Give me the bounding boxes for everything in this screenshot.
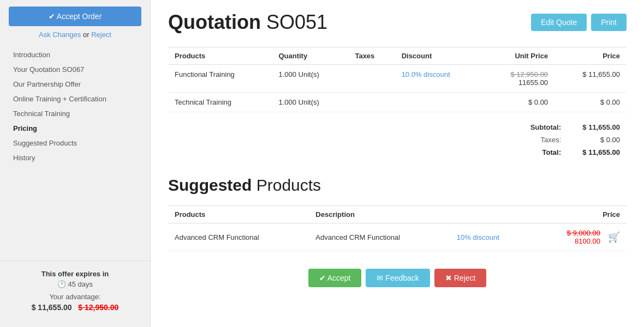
taxes-cell (348, 65, 395, 93)
pricing-table: Products Quantity Taxes Discount Unit Pr… (168, 47, 627, 112)
add-to-cart-icon[interactable]: 🛒 (608, 231, 620, 243)
product-cell: Functional Training (168, 65, 272, 93)
price-cell: $ 11,655.00 (554, 65, 627, 93)
edit-quote-button[interactable]: Edit Quote (531, 14, 587, 31)
col-unit-price: Unit Price (482, 47, 554, 65)
expiry-days: 🕐 45 days (13, 280, 137, 288)
taxes-value: $ 0.00 (561, 136, 627, 144)
sidebar-nav-item[interactable]: Suggested Products (0, 136, 150, 150)
price-old: $ 12,950.00 (78, 303, 118, 312)
table-row: Technical Training1.000 Unit(s)$ 0.00$ 0… (168, 93, 627, 112)
subtotal-label: Subtotal: (485, 123, 561, 131)
quantity-cell: 1.000 Unit(s) (272, 65, 348, 93)
pricing-table-header: Products Quantity Taxes Discount Unit Pr… (168, 47, 627, 65)
total-row: Total: $ 11,655.00 (452, 146, 627, 159)
taxes-row: Taxes: $ 0.00 (452, 134, 627, 146)
sug-price-cell: $ 9,000.008100.00🛒 (530, 223, 627, 251)
header-buttons: Edit Quote Print (531, 14, 627, 31)
main-header: Quotation SO051 Edit Quote Print (168, 11, 627, 34)
sug-description-cell: Advanced CRM Functional (309, 223, 450, 251)
col-discount: Discount (395, 47, 483, 65)
accept-order-button[interactable]: ✔ Accept Order (9, 7, 141, 26)
sidebar-nav-item[interactable]: History (0, 150, 150, 165)
discount-cell: 10.0% discount (395, 65, 483, 93)
sug-col-products: Products (168, 206, 309, 223)
suggested-products-title: Suggested Products (168, 176, 627, 195)
quantity-cell: 1.000 Unit(s) (272, 93, 348, 112)
price-new: $ 11,655.00 (32, 303, 72, 312)
sidebar-expiry-section: This offer expires in 🕐 45 days Your adv… (0, 261, 150, 320)
table-row: Advanced CRM FunctionalAdvanced CRM Func… (168, 223, 627, 251)
sidebar-nav-item[interactable]: Online Training + Certification (0, 92, 150, 106)
suggested-products-table: Products Description Price Advanced CRM … (168, 205, 627, 251)
subtotal-value: $ 11,655.00 (561, 123, 627, 131)
feedback-button[interactable]: ✉ Feedback (366, 269, 430, 287)
sug-col-price: Price (530, 206, 627, 223)
or-label: or (83, 31, 91, 39)
ask-changes-link[interactable]: Ask Changes (39, 31, 81, 39)
sidebar-nav-item[interactable]: Introduction (0, 47, 150, 62)
clock-icon: 🕐 (57, 280, 66, 288)
sidebar-nav-item[interactable]: Pricing (0, 121, 150, 136)
col-products: Products (168, 47, 272, 65)
advantage-label: Your advantage: (13, 293, 137, 301)
col-price: Price (554, 47, 627, 65)
product-cell: Technical Training (168, 93, 272, 112)
price-cell: $ 0.00 (554, 93, 627, 112)
page-title: Quotation SO051 (168, 11, 327, 34)
bottom-buttons: ✔ Accept ✉ Feedback ✖ Reject (168, 269, 627, 287)
table-row: Functional Training1.000 Unit(s)10.0% di… (168, 65, 627, 93)
reject-button[interactable]: ✖ Reject (434, 269, 487, 287)
total-label: Total: (485, 148, 561, 156)
sidebar-nav-item[interactable]: Your Quotation SO067 (0, 62, 150, 77)
taxes-cell (348, 93, 395, 112)
unit-price-cell: $ 0.00 (482, 93, 554, 112)
sug-col-discount (450, 206, 531, 223)
taxes-label: Taxes: (485, 136, 561, 144)
prices: $ 11,655.00 $ 12,950.00 (13, 303, 137, 312)
sidebar-links: Ask Changes or Reject (0, 31, 150, 39)
sug-discount-cell: 10% discount (450, 223, 531, 251)
main-content: Quotation SO051 Edit Quote Print Product… (151, 0, 644, 327)
reject-link[interactable]: Reject (91, 31, 111, 39)
col-taxes: Taxes (348, 47, 395, 65)
unit-price-cell: $ 12,950.0011655.00 (482, 65, 554, 93)
sidebar-nav-item[interactable]: Technical Training (0, 106, 150, 121)
sug-col-description: Description (309, 206, 450, 223)
expiry-title: This offer expires in (13, 270, 137, 278)
print-button[interactable]: Print (591, 14, 627, 31)
discount-cell (395, 93, 483, 112)
subtotal-row: Subtotal: $ 11,655.00 (452, 121, 627, 134)
sidebar: ✔ Accept Order Ask Changes or Reject Int… (0, 0, 151, 327)
suggested-table-header: Products Description Price (168, 206, 627, 223)
accept-button[interactable]: ✔ Accept (308, 269, 362, 287)
sug-product-cell: Advanced CRM Functional (168, 223, 309, 251)
sidebar-nav-item[interactable]: Our Partnership Offer (0, 77, 150, 92)
sidebar-navigation: IntroductionYour Quotation SO067Our Part… (0, 47, 150, 261)
total-value: $ 11,655.00 (561, 148, 627, 156)
col-quantity: Quantity (272, 47, 348, 65)
